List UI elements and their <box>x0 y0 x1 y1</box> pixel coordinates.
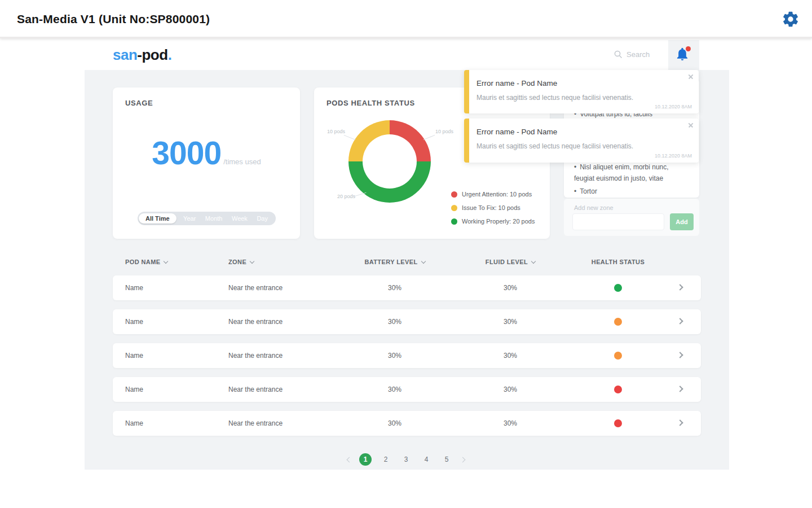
legend-dot-yellow <box>451 205 457 211</box>
legend-row-urgent: Urgent Attention: 10 pods <box>451 187 535 201</box>
logo-dot: . <box>168 46 172 63</box>
table-row[interactable]: Name Near the entrance 30% 30% <box>113 343 701 368</box>
sort-caret-icon <box>164 259 168 264</box>
zone-cell: Near the entrance <box>228 419 283 427</box>
health-status-dot <box>614 318 622 326</box>
device-nav-bar <box>0 470 812 508</box>
health-legend: Urgent Attention: 10 pods Issue To Fix: … <box>451 187 535 228</box>
legend-row-working: Working Properly: 20 pods <box>451 214 535 228</box>
legend-dot-green <box>451 218 457 225</box>
legend-label: Working Properly: 20 pods <box>462 218 535 225</box>
donut-callout-red: 10 pods <box>435 129 453 134</box>
column-header-fluid[interactable]: FLUID LEVEL <box>465 259 555 265</box>
battery-cell: 30% <box>350 284 440 292</box>
donut-callout-green: 20 pods <box>337 194 355 199</box>
table-row[interactable]: Name Near the entrance 30% 30% <box>113 309 701 334</box>
page-4[interactable]: 4 <box>420 453 433 466</box>
fluid-cell: 30% <box>465 352 555 360</box>
table-row[interactable]: Name Near the entrance 30% 30% <box>113 411 701 436</box>
battery-cell: 30% <box>350 386 440 393</box>
pod-name-cell: Name <box>125 284 143 292</box>
toast-timestamp: 10.12.2020 8AM <box>655 104 692 110</box>
device-title: San-Media V1 (Unit No:SP800001) <box>17 12 210 26</box>
pod-name-cell: Name <box>125 419 143 427</box>
table-row[interactable]: Name Near the entrance 30% 30% <box>113 275 701 300</box>
row-chevron-right-icon[interactable] <box>677 318 683 324</box>
table-row[interactable]: Name Near the entrance 30% 30% <box>113 377 701 402</box>
zone-list-item: Tortor <box>574 186 690 197</box>
filter-day[interactable]: Day <box>254 215 270 222</box>
filter-week[interactable]: Week <box>230 215 250 222</box>
column-header-zone[interactable]: ZONE <box>228 259 254 265</box>
filter-all-time[interactable]: All Time <box>139 213 176 224</box>
row-chevron-right-icon[interactable] <box>677 419 683 426</box>
usage-value-row: 3000/times used <box>113 134 300 172</box>
row-chevron-right-icon[interactable] <box>677 284 683 290</box>
toast-body: Mauris et sagittis sed lectus neque faci… <box>476 94 633 102</box>
legend-dot-red <box>451 191 457 198</box>
health-status-dot <box>614 386 622 393</box>
page-2[interactable]: 2 <box>379 453 392 466</box>
fluid-cell: 30% <box>465 419 555 427</box>
battery-cell: 30% <box>350 419 440 427</box>
pagination: 1 2 3 4 5 <box>0 453 812 466</box>
sort-caret-icon <box>421 259 425 264</box>
pods-health-donut <box>348 120 431 203</box>
notifications-bell-icon[interactable] <box>675 47 692 64</box>
filter-month[interactable]: Month <box>203 215 225 222</box>
pod-name-cell: Name <box>125 352 143 360</box>
column-header-health: HEALTH STATUS <box>573 259 663 265</box>
pod-name-cell: Name <box>125 318 143 326</box>
toast-body: Mauris et sagittis sed lectus neque faci… <box>476 142 633 150</box>
zone-cell: Near the entrance <box>228 318 283 326</box>
toast-severity-bar <box>464 119 469 163</box>
add-zone-input[interactable] <box>572 213 664 230</box>
device-title-bar: San-Media V1 (Unit No:SP800001) <box>0 0 812 38</box>
toast-close-icon[interactable] <box>687 73 694 80</box>
logo-pod: -pod <box>137 46 167 63</box>
health-status-dot <box>614 352 622 360</box>
add-zone-section: Add new zone Add <box>564 199 699 236</box>
page-3[interactable]: 3 <box>400 453 412 466</box>
sort-caret-icon <box>250 259 254 264</box>
page-5[interactable]: 5 <box>440 453 453 466</box>
health-status-dot <box>614 419 622 427</box>
battery-cell: 30% <box>350 352 440 360</box>
health-status-dot <box>614 284 622 292</box>
app-logo: san-pod. <box>113 46 171 64</box>
usage-unit: /times used <box>223 157 261 166</box>
fluid-cell: 30% <box>465 318 555 326</box>
search-input[interactable] <box>626 50 672 59</box>
usage-filter-toggle: All Time Year Month Week Day <box>138 212 276 225</box>
toast-close-icon[interactable] <box>687 122 694 129</box>
pagination-next-icon[interactable] <box>460 457 466 462</box>
legend-label: Issue To Fix: 10 pods <box>462 204 520 211</box>
add-zone-label: Add new zone <box>574 204 614 211</box>
toast-timestamp: 10.12.2020 8AM <box>655 153 692 159</box>
column-header-pod-name[interactable]: POD NAME <box>125 259 167 265</box>
toast-title: Error name - Pod Name <box>476 128 557 136</box>
row-chevron-right-icon[interactable] <box>677 352 683 358</box>
search-icon <box>614 50 623 59</box>
usage-value: 3000 <box>152 135 221 171</box>
zone-cell: Near the entrance <box>228 284 283 292</box>
search-box[interactable] <box>614 50 672 59</box>
usage-card-title: USAGE <box>125 99 153 107</box>
zone-cell: Near the entrance <box>228 352 283 360</box>
notification-toast[interactable]: Error name - Pod Name Mauris et sagittis… <box>464 70 699 113</box>
add-zone-button[interactable]: Add <box>670 213 694 230</box>
filter-year[interactable]: Year <box>181 215 198 222</box>
zone-cell: Near the entrance <box>228 386 283 393</box>
notification-toast[interactable]: Error name - Pod Name Mauris et sagittis… <box>464 119 699 163</box>
logo-san: san <box>113 46 137 63</box>
page-1[interactable]: 1 <box>359 453 372 466</box>
legend-row-issue: Issue To Fix: 10 pods <box>451 201 535 214</box>
row-chevron-right-icon[interactable] <box>677 386 683 392</box>
column-header-battery[interactable]: BATTERY LEVEL <box>350 259 440 265</box>
settings-gear-icon[interactable] <box>782 10 800 28</box>
pods-health-title: PODS HEALTH STATUS <box>326 99 415 107</box>
toast-severity-bar <box>464 70 469 113</box>
pagination-prev-icon[interactable] <box>347 457 352 462</box>
battery-cell: 30% <box>350 318 440 326</box>
fluid-cell: 30% <box>465 386 555 393</box>
